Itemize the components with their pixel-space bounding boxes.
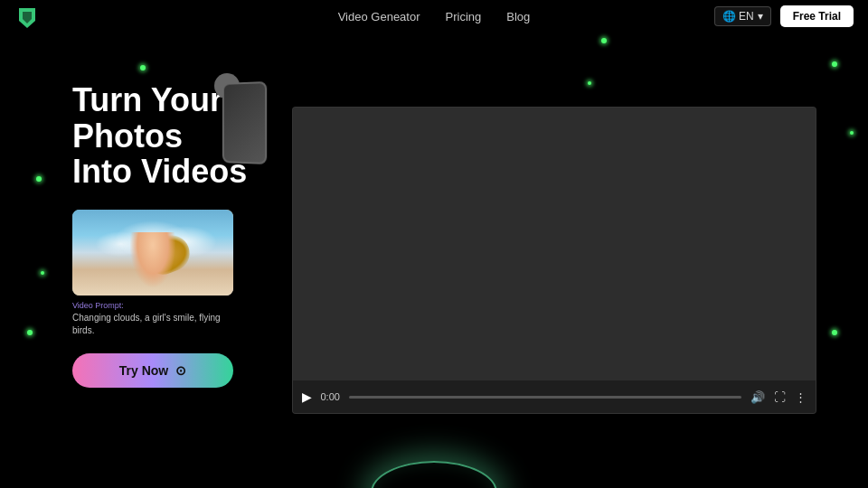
nav-pricing[interactable]: Pricing [446,10,482,23]
photo-card-container: Video Prompt: Changing clouds, a girl's … [72,210,233,337]
phone-shape-decoration [222,81,267,164]
navbar: Video Geneator Pricing Blog 🌐 EN ▾ Free … [0,0,868,33]
try-now-label: Try Now [119,363,168,378]
language-selector[interactable]: 🌐 EN ▾ [714,6,771,26]
nav-right: 🌐 EN ▾ Free Trial [714,5,854,27]
sample-photo-card [72,210,233,296]
try-now-button[interactable]: Try Now ⊙ [72,353,233,388]
nav-blog[interactable]: Blog [506,10,530,23]
chevron-down-icon: ▾ [758,10,763,23]
photo-card-inner [72,210,233,296]
arrow-right-icon: ⊙ [175,363,186,378]
left-panel: Turn Your Photos Into Videos Video Promp… [0,33,258,488]
free-trial-button[interactable]: Free Trial [780,5,854,27]
more-options-button[interactable]: ⋮ [795,390,807,404]
lang-label: 🌐 EN [722,10,754,23]
fullscreen-button[interactable]: ⛶ [774,390,786,404]
portal-decoration [335,398,533,488]
play-button[interactable]: ▶ [302,390,312,403]
video-player: ▶ 0:00 🔊 ⛶ ⋮ [292,107,816,414]
nav-video-generator[interactable]: Video Geneator [338,10,420,23]
nav-links: Video Geneator Pricing Blog [338,10,531,23]
phone-mockup [194,73,267,173]
logo[interactable] [14,4,40,29]
portal-ring [371,461,497,488]
video-screen[interactable] [293,108,816,380]
photo-girl [126,232,180,296]
volume-button[interactable]: 🔊 [750,390,765,404]
video-prompt-label: Video Prompt: [72,301,233,310]
video-prompt-text: Changing clouds, a girl's smile, flying … [72,312,233,337]
